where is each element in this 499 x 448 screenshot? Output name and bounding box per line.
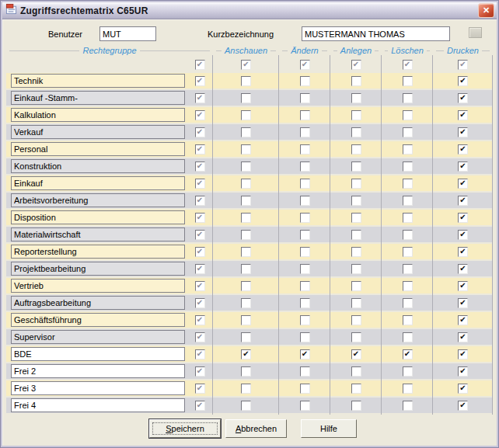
perm-drucken-checkbox[interactable] [458, 127, 468, 137]
perm-anschauen-checkbox[interactable] [241, 332, 251, 342]
perm-loeschen-checkbox[interactable] [403, 401, 413, 411]
rechtegruppe-input[interactable] [11, 210, 185, 224]
perm-drucken-checkbox[interactable] [458, 401, 468, 411]
perm-drucken-checkbox[interactable] [458, 298, 468, 308]
perm-aendern-checkbox[interactable] [300, 144, 310, 155]
perm-loeschen-checkbox[interactable] [403, 298, 413, 308]
rechtegruppe-input[interactable] [11, 91, 185, 105]
perm-drucken-checkbox[interactable] [458, 230, 468, 240]
perm-loeschen-checkbox[interactable] [403, 93, 413, 103]
rechtegruppe-input[interactable] [11, 74, 185, 88]
perm-anschauen-checkbox[interactable] [241, 213, 251, 223]
perm-anschauen-checkbox[interactable] [241, 161, 251, 172]
perm-aendern-checkbox[interactable] [300, 230, 310, 240]
perm-anschauen-checkbox[interactable] [241, 384, 251, 394]
perm-drucken-checkbox[interactable] [458, 161, 468, 172]
perm-anlegen-checkbox[interactable] [351, 264, 361, 274]
perm-anlegen-checkbox[interactable] [351, 401, 361, 411]
title-bar[interactable]: Zugriffsrechtematrix C65UR ✕ [2, 2, 497, 19]
perm-drucken-checkbox[interactable] [458, 179, 468, 189]
rechtegruppe-input[interactable] [11, 330, 185, 344]
perm-anschauen-checkbox[interactable] [241, 179, 251, 189]
perm-drucken-checkbox[interactable] [458, 110, 468, 120]
perm-aendern-checkbox[interactable] [300, 179, 310, 189]
perm-loeschen-checkbox[interactable] [403, 213, 413, 223]
perm-anlegen-checkbox[interactable] [351, 161, 361, 172]
rechtegruppe-input[interactable] [11, 364, 185, 378]
perm-anlegen-checkbox[interactable] [351, 332, 361, 342]
rechtegruppe-input[interactable] [11, 125, 185, 139]
rechtegruppe-input[interactable] [11, 245, 185, 259]
perm-aendern-checkbox[interactable] [300, 264, 310, 274]
perm-anschauen-checkbox[interactable] [241, 196, 251, 206]
perm-drucken-checkbox[interactable] [458, 281, 468, 291]
perm-anschauen-checkbox[interactable] [241, 230, 251, 240]
rechtegruppe-input[interactable] [11, 279, 185, 293]
perm-anschauen-checkbox[interactable] [241, 281, 251, 291]
perm-anlegen-checkbox[interactable] [351, 144, 361, 155]
perm-drucken-checkbox[interactable] [458, 264, 468, 274]
perm-loeschen-checkbox[interactable] [403, 179, 413, 189]
perm-anlegen-checkbox[interactable] [351, 179, 361, 189]
perm-loeschen-checkbox[interactable] [403, 144, 413, 155]
close-button[interactable]: ✕ [478, 3, 494, 18]
rechtegruppe-input[interactable] [11, 398, 185, 412]
rechtegruppe-input[interactable] [11, 381, 185, 395]
perm-anlegen-checkbox[interactable] [351, 196, 361, 206]
perm-drucken-checkbox[interactable] [458, 76, 468, 86]
perm-anschauen-checkbox[interactable] [241, 298, 251, 308]
perm-drucken-checkbox[interactable] [458, 315, 468, 325]
perm-anlegen-checkbox[interactable] [351, 213, 361, 223]
perm-anlegen-checkbox[interactable] [351, 281, 361, 291]
perm-loeschen-checkbox[interactable] [403, 315, 413, 325]
perm-aendern-checkbox[interactable] [300, 349, 310, 359]
perm-anschauen-checkbox[interactable] [241, 315, 251, 325]
perm-anlegen-checkbox[interactable] [351, 298, 361, 308]
perm-loeschen-checkbox[interactable] [403, 366, 413, 377]
perm-drucken-checkbox[interactable] [458, 144, 468, 155]
perm-drucken-checkbox[interactable] [458, 349, 468, 359]
perm-aendern-checkbox[interactable] [300, 315, 310, 325]
perm-anlegen-checkbox[interactable] [351, 384, 361, 394]
perm-loeschen-checkbox[interactable] [403, 76, 413, 86]
perm-loeschen-checkbox[interactable] [403, 349, 413, 359]
perm-aendern-checkbox[interactable] [300, 213, 310, 223]
perm-loeschen-checkbox[interactable] [403, 247, 413, 257]
perm-aendern-checkbox[interactable] [300, 366, 310, 377]
kurzbezeichnung-input[interactable] [302, 26, 450, 41]
speichern-button[interactable]: Speichern [149, 419, 221, 438]
perm-anschauen-checkbox[interactable] [241, 110, 251, 120]
perm-loeschen-checkbox[interactable] [403, 196, 413, 206]
perm-loeschen-checkbox[interactable] [403, 281, 413, 291]
perm-aendern-checkbox[interactable] [300, 281, 310, 291]
perm-anlegen-checkbox[interactable] [351, 127, 361, 137]
perm-anschauen-checkbox[interactable] [241, 264, 251, 274]
perm-anlegen-checkbox[interactable] [351, 315, 361, 325]
perm-loeschen-checkbox[interactable] [403, 230, 413, 240]
perm-anschauen-checkbox[interactable] [241, 93, 251, 103]
perm-aendern-checkbox[interactable] [300, 247, 310, 257]
rechtegruppe-input[interactable] [11, 193, 185, 207]
perm-aendern-checkbox[interactable] [300, 127, 310, 137]
perm-drucken-checkbox[interactable] [458, 93, 468, 103]
rechtegruppe-input[interactable] [11, 347, 185, 361]
perm-anschauen-checkbox[interactable] [241, 247, 251, 257]
rechtegruppe-input[interactable] [11, 142, 185, 156]
perm-drucken-checkbox[interactable] [458, 384, 468, 394]
perm-anlegen-checkbox[interactable] [351, 349, 361, 359]
perm-aendern-checkbox[interactable] [300, 93, 310, 103]
perm-drucken-checkbox[interactable] [458, 332, 468, 342]
perm-anschauen-checkbox[interactable] [241, 76, 251, 86]
perm-loeschen-checkbox[interactable] [403, 264, 413, 274]
rechtegruppe-input[interactable] [11, 296, 185, 310]
perm-loeschen-checkbox[interactable] [403, 161, 413, 172]
perm-drucken-checkbox[interactable] [458, 366, 468, 377]
rechtegruppe-input[interactable] [11, 313, 185, 327]
rechtegruppe-input[interactable] [11, 176, 185, 190]
perm-drucken-checkbox[interactable] [458, 196, 468, 206]
perm-anschauen-checkbox[interactable] [241, 366, 251, 377]
perm-aendern-checkbox[interactable] [300, 332, 310, 342]
perm-loeschen-checkbox[interactable] [403, 127, 413, 137]
perm-anlegen-checkbox[interactable] [351, 247, 361, 257]
perm-loeschen-checkbox[interactable] [403, 110, 413, 120]
